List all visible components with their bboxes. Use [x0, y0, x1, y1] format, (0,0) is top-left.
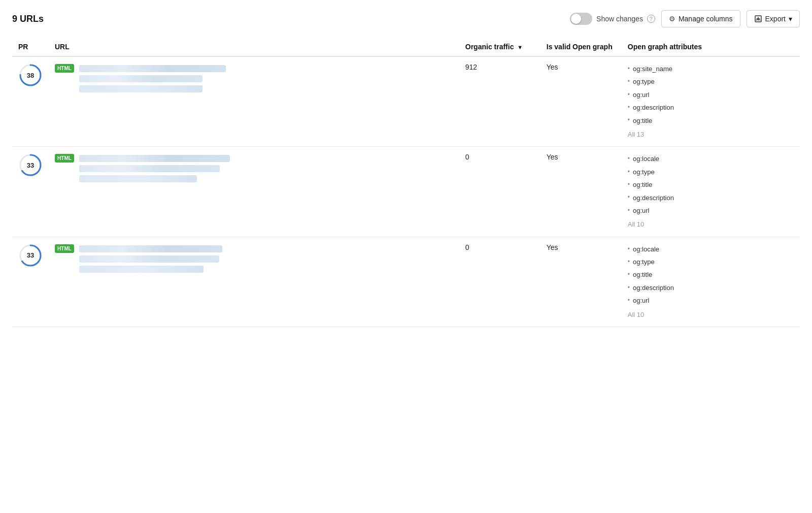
attr-name: og:description — [633, 282, 674, 294]
valid-open-graph-cell: Yes — [540, 147, 622, 237]
col-header-organic-traffic[interactable]: Organic traffic ▼ — [459, 38, 540, 56]
url-cell: HTML — [49, 147, 459, 237]
organic-traffic-cell: 0 — [459, 237, 540, 327]
col-header-pr: PR — [12, 38, 49, 56]
all-count[interactable]: All 13 — [628, 129, 794, 140]
col-header-url: URL — [49, 38, 459, 56]
attr-name: og:description — [633, 192, 674, 204]
blur-line — [79, 155, 230, 162]
export-label: Export — [765, 15, 786, 23]
blurred-blocks — [79, 63, 242, 94]
attr-bullet: • — [628, 76, 630, 87]
col-header-valid-open-graph: Is valid Open graph — [540, 38, 622, 56]
attr-bullet: • — [628, 295, 630, 306]
pr-number: 33 — [27, 251, 34, 259]
attr-bullet: • — [628, 63, 630, 75]
toolbar-right: Show changes ? Manage columns Export ▾ — [570, 10, 800, 27]
attr-bullet: • — [628, 153, 630, 165]
attr-item: • og:type — [628, 166, 794, 178]
gear-icon — [669, 15, 675, 23]
col-header-open-graph-attributes: Open graph attributes — [622, 38, 800, 56]
pr-badge: 38 — [18, 63, 43, 87]
url-inner: HTML — [55, 243, 453, 279]
table-row: 33 HTML 0 Yes • og:locale — [12, 147, 800, 237]
html-badge: HTML — [55, 154, 74, 163]
blur-line — [79, 266, 204, 273]
all-count[interactable]: All 10 — [628, 309, 794, 320]
attr-item: • og:title — [628, 269, 794, 280]
attr-name: og:type — [633, 76, 655, 87]
attr-name: og:type — [633, 166, 655, 178]
pr-number: 33 — [27, 162, 34, 169]
attr-bullet: • — [628, 115, 630, 126]
open-graph-attributes-cell: • og:locale • og:type • og:title • og:de… — [622, 237, 800, 327]
attr-item: • og:description — [628, 282, 794, 294]
show-changes-toggle[interactable] — [570, 13, 592, 25]
help-icon[interactable]: ? — [647, 15, 655, 23]
blur-line — [79, 165, 220, 172]
all-count[interactable]: All 10 — [628, 218, 794, 230]
attr-name: og:site_name — [633, 63, 672, 75]
attr-item: • og:title — [628, 179, 794, 190]
sort-arrow-icon: ▼ — [517, 44, 523, 50]
pr-cell: 38 — [12, 56, 49, 147]
attr-bullet: • — [628, 244, 630, 255]
attr-name: og:description — [633, 102, 674, 113]
attr-bullet: • — [628, 192, 630, 203]
attr-item: • og:url — [628, 295, 794, 306]
attr-item: • og:site_name — [628, 63, 794, 75]
blur-line — [79, 245, 222, 252]
blur-line — [79, 75, 202, 82]
attr-bullet: • — [628, 167, 630, 178]
blurred-url — [79, 243, 242, 279]
valid-open-graph-cell: Yes — [540, 237, 622, 327]
show-changes-container: Show changes ? — [570, 13, 655, 25]
open-graph-attributes-cell: • og:site_name • og:type • og:url • og:d… — [622, 56, 800, 147]
attr-name: og:locale — [633, 153, 659, 165]
export-button[interactable]: Export ▾ — [747, 10, 800, 27]
blurred-url — [79, 153, 242, 188]
pr-number: 38 — [27, 72, 34, 79]
blur-line — [79, 85, 202, 92]
attr-item: • og:type — [628, 76, 794, 87]
url-cell: HTML — [49, 56, 459, 147]
attr-bullet: • — [628, 89, 630, 101]
html-badge: HTML — [55, 244, 74, 253]
url-count: 9 URLs — [12, 14, 44, 24]
html-badge: HTML — [55, 64, 74, 73]
attr-item: • og:url — [628, 205, 794, 216]
pr-badge: 33 — [18, 243, 43, 268]
attr-name: og:title — [633, 179, 652, 190]
attr-item: • og:locale — [628, 153, 794, 165]
table-row: 33 HTML 0 Yes • og:locale — [12, 237, 800, 327]
pr-cell: 33 — [12, 237, 49, 327]
organic-traffic-cell: 912 — [459, 56, 540, 147]
attr-bullet: • — [628, 282, 630, 294]
url-inner: HTML — [55, 153, 453, 188]
toolbar: 9 URLs Show changes ? Manage columns Exp… — [12, 10, 800, 27]
blur-line — [79, 255, 219, 263]
organic-traffic-cell: 0 — [459, 147, 540, 237]
url-inner: HTML — [55, 63, 453, 99]
table-header-row: PR URL Organic traffic ▼ Is valid Open g… — [12, 38, 800, 56]
attr-item: • og:type — [628, 256, 794, 268]
show-changes-label: Show changes — [596, 15, 643, 23]
attr-item: • og:title — [628, 115, 794, 126]
attr-bullet: • — [628, 102, 630, 113]
open-graph-attributes-cell: • og:locale • og:type • og:title • og:de… — [622, 147, 800, 237]
main-table: PR URL Organic traffic ▼ Is valid Open g… — [12, 38, 800, 327]
attr-name: og:url — [633, 205, 650, 216]
manage-columns-button[interactable]: Manage columns — [661, 10, 740, 27]
attr-name: og:url — [633, 295, 650, 306]
attr-bullet: • — [628, 269, 630, 280]
export-icon — [754, 15, 762, 23]
attr-bullet: • — [628, 179, 630, 190]
attr-item: • og:locale — [628, 243, 794, 255]
attr-bullet: • — [628, 256, 630, 268]
attr-item: • og:description — [628, 192, 794, 204]
blurred-url — [79, 63, 242, 99]
attr-bullet: • — [628, 205, 630, 216]
attr-item: • og:description — [628, 102, 794, 113]
manage-columns-label: Manage columns — [679, 15, 733, 23]
blur-line — [79, 175, 197, 182]
